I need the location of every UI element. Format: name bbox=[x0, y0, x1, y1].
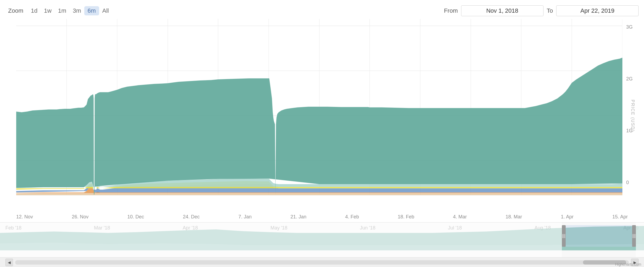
navigator-mask-left bbox=[0, 222, 562, 257]
date-range: From To bbox=[444, 5, 639, 16]
zoom-label: Zoom bbox=[8, 7, 23, 14]
to-date-input[interactable] bbox=[556, 5, 639, 16]
scroll-track[interactable] bbox=[15, 260, 629, 265]
from-label: From bbox=[444, 7, 458, 14]
zoom-all-button[interactable]: All bbox=[99, 6, 112, 15]
x-tick-4feb: 4. Feb bbox=[345, 214, 359, 222]
to-label: To bbox=[547, 7, 553, 14]
zoom-6m-button[interactable]: 6m bbox=[84, 6, 99, 15]
navigator-inner: ||| ||| Feb '18 Mar '18 Apr '18 May '18 … bbox=[0, 222, 644, 257]
x-tick-26nov: 26. Nov bbox=[72, 214, 89, 222]
x-tick-12nov: 12. Nov bbox=[16, 214, 33, 222]
navigator-handle-right[interactable]: ||| bbox=[632, 225, 636, 247]
navigator-area: ||| ||| Feb '18 Mar '18 Apr '18 May '18 … bbox=[0, 222, 644, 257]
x-tick-18feb: 18. Feb bbox=[398, 214, 414, 222]
x-tick-18mar: 18. Mar bbox=[506, 214, 522, 222]
x-tick-21jan: 21. Jan bbox=[290, 214, 306, 222]
x-tick-4mar: 4. Mar bbox=[453, 214, 467, 222]
chart-svg-wrapper: 3G 2G 1G 0 PRICE (USD) bbox=[16, 19, 622, 212]
zoom-1d-button[interactable]: 1d bbox=[28, 6, 41, 15]
y-axis-left bbox=[0, 19, 16, 212]
toolbar: Zoom 1d 1w 1m 3m 6m All From To bbox=[0, 3, 644, 19]
zoom-3m-button[interactable]: 3m bbox=[69, 6, 84, 15]
zoom-1m-button[interactable]: 1m bbox=[55, 6, 70, 15]
y-tick-2g: 2G bbox=[626, 76, 633, 82]
scroll-left-button[interactable]: ◀ bbox=[5, 259, 13, 266]
x-axis: 12. Nov 26. Nov 10. Dec 24. Dec 7. Jan 2… bbox=[0, 212, 644, 222]
main-chart-svg: 3G 2G 1G 0 PRICE (USD) bbox=[16, 19, 622, 212]
main-chart-area: 3G 2G 1G 0 PRICE (USD) 3G 2G 1G 0 PRICE … bbox=[0, 19, 644, 212]
x-tick-7jan: 7. Jan bbox=[239, 214, 252, 222]
y-axis-label: PRICE (USD) bbox=[630, 100, 635, 132]
navigator-mask-right bbox=[636, 222, 644, 257]
navigator-handle-left[interactable]: ||| bbox=[562, 225, 566, 247]
from-date-input[interactable] bbox=[461, 5, 544, 16]
highcharts-credit: Highcharts.com bbox=[615, 262, 641, 266]
y-tick-0: 0 bbox=[626, 180, 633, 185]
x-tick-24dec: 24. Dec bbox=[183, 214, 200, 222]
x-tick-1apr: 1. Apr bbox=[561, 214, 573, 222]
scrollbar-area: ◀ ▶ bbox=[0, 257, 644, 267]
navigator-selected-area bbox=[566, 225, 632, 247]
x-tick-15apr: 15. Apr bbox=[612, 214, 628, 222]
y-axis-right: 3G 2G 1G 0 PRICE (USD) bbox=[622, 19, 644, 212]
y-tick-3g: 3G bbox=[626, 24, 633, 30]
chart-container: Zoom 1d 1w 1m 3m 6m All From To bbox=[0, 0, 644, 267]
x-tick-10dec: 10. Dec bbox=[127, 214, 144, 222]
zoom-1w-button[interactable]: 1w bbox=[41, 6, 55, 15]
